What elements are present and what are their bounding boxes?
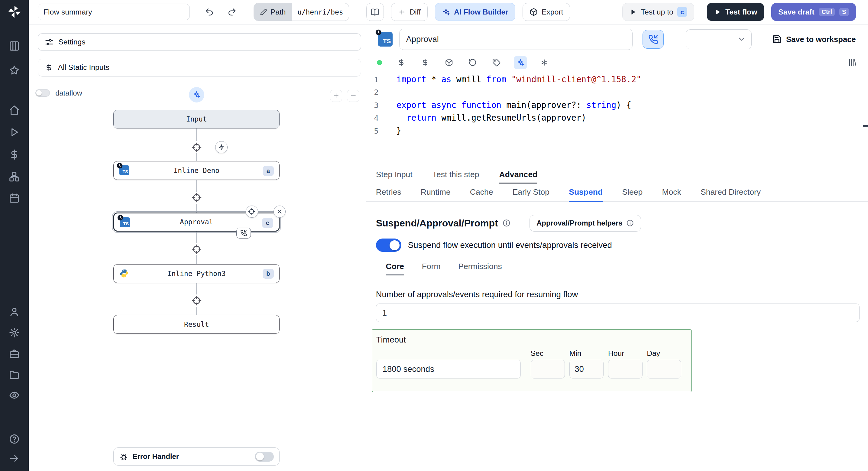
ai-flow-builder-button[interactable]: AI Flow Builder — [435, 3, 515, 21]
sidebar-item-audit[interactable] — [9, 390, 20, 401]
tab-step-input[interactable]: Step Input — [376, 166, 412, 183]
script-library-button[interactable] — [846, 56, 859, 69]
pencil-icon — [260, 8, 267, 16]
timeout-sec-input[interactable] — [531, 360, 565, 379]
node-result[interactable]: Result — [113, 315, 279, 334]
tab-runtime[interactable]: Runtime — [421, 183, 451, 202]
delete-step-button[interactable] — [274, 206, 286, 218]
tab-core[interactable]: Core — [386, 259, 404, 275]
sidebar-item-variables[interactable] — [9, 149, 20, 160]
tab-shared-directory[interactable]: Shared Directory — [701, 183, 761, 202]
format-code-button[interactable] — [537, 56, 551, 69]
step-id-badge: b — [262, 269, 274, 279]
timeout-sec-label: Sec — [531, 349, 565, 358]
approval-prompt-helpers-button[interactable]: Approval/Prompt helpers — [529, 215, 641, 232]
save-to-workspace-button[interactable]: Save to workspace — [772, 34, 856, 44]
zoom-in-button[interactable] — [330, 90, 342, 102]
tab-cache[interactable]: Cache — [470, 183, 493, 202]
tab-form[interactable]: Form — [422, 259, 441, 275]
error-handler-toggle[interactable] — [255, 452, 274, 462]
add-step-button[interactable] — [190, 141, 203, 153]
node-input[interactable]: Input — [113, 110, 279, 128]
insert-resource-button[interactable] — [418, 56, 432, 69]
reset-code-button[interactable] — [466, 56, 479, 69]
sidebar-item-schedules[interactable] — [9, 193, 20, 204]
test-up-to-badge: c — [677, 7, 687, 17]
zoom-out-button[interactable] — [347, 90, 359, 102]
dollar-icon — [397, 58, 405, 66]
code-line[interactable]: return wmill.getResumeUrls(approver) — [396, 112, 641, 124]
redo-button[interactable] — [224, 3, 240, 21]
tab-advanced[interactable]: Advanced — [499, 166, 537, 183]
save-draft-button[interactable]: Save draft Ctrl S — [771, 3, 856, 21]
timeout-day-input[interactable] — [647, 360, 681, 379]
suspend-toggle[interactable] — [376, 238, 401, 252]
timeout-min-input[interactable] — [569, 360, 604, 379]
undo-button[interactable] — [202, 3, 217, 21]
tab-early-stop[interactable]: Early Stop — [513, 183, 550, 202]
sidebar-item-boards[interactable] — [9, 40, 20, 52]
sidebar-item-resources[interactable] — [9, 171, 20, 182]
tag-button[interactable] — [490, 56, 503, 69]
docs-button[interactable] — [366, 3, 384, 21]
sidebar-item-favorites[interactable] — [9, 65, 20, 76]
timeout-value-input[interactable] — [376, 360, 521, 379]
add-step-button[interactable] — [190, 192, 203, 204]
dependencies-button[interactable] — [442, 56, 456, 69]
error-handler[interactable]: Error Handler — [113, 447, 279, 466]
test-up-to-button[interactable]: Test up to c — [622, 3, 694, 21]
sidebar-item-users[interactable] — [9, 306, 20, 317]
step-tabs: Step Input Test this step Advanced — [366, 166, 868, 183]
ai-assistant-button[interactable] — [514, 56, 527, 69]
tab-retries[interactable]: Retries — [376, 183, 401, 202]
tab-sleep[interactable]: Sleep — [622, 183, 643, 202]
suspend-toggle-label: Suspend flow execution until events/appr… — [408, 240, 612, 250]
sidebar-item-folders[interactable] — [9, 370, 20, 381]
zap-icon — [218, 144, 225, 151]
code-line[interactable]: import * as wmill from "windmill-client@… — [396, 73, 641, 86]
node-inline-deno[interactable]: TS Inline Deno a — [113, 161, 279, 180]
tab-test-this-step[interactable]: Test this step — [433, 166, 479, 183]
info-icon[interactable] — [502, 219, 510, 227]
ai-graph-builder-button[interactable] — [189, 87, 204, 102]
timeout-hour-input[interactable] — [608, 360, 643, 379]
add-step-button[interactable] — [190, 243, 203, 255]
flow-summary-input[interactable] — [38, 4, 190, 20]
sidebar-collapse-icon[interactable] — [9, 453, 20, 464]
line-number: 2 — [366, 86, 379, 98]
code-line[interactable]: } — [396, 124, 641, 137]
node-label: Inline Python3 — [167, 270, 226, 277]
sidebar-item-home[interactable] — [9, 105, 20, 116]
node-inline-python3[interactable]: Inline Python3 b — [113, 264, 279, 283]
windmill-logo-icon[interactable] — [7, 4, 22, 19]
step-name-input[interactable] — [399, 29, 633, 50]
tab-permissions[interactable]: Permissions — [458, 259, 502, 275]
move-icon — [248, 208, 255, 215]
diff-button[interactable]: Diff — [391, 3, 428, 21]
approvals-count-input[interactable] — [376, 303, 860, 322]
test-flow-button[interactable]: Test flow — [707, 3, 764, 21]
sidebar-item-runs[interactable] — [9, 127, 20, 138]
path-control[interactable]: Path u/henri/bes — [254, 3, 349, 21]
sidebar-item-settings[interactable] — [9, 327, 20, 338]
code-editor[interactable]: 12345 import * as wmill from "windmill-c… — [366, 71, 868, 166]
step-id-badge: a — [262, 166, 274, 176]
save-draft-label: Save draft — [778, 8, 814, 16]
insert-variable-button[interactable] — [395, 56, 408, 69]
sidebar-item-workers[interactable] — [9, 348, 20, 359]
test-flow-label: Test flow — [725, 8, 757, 16]
workspace-script-select[interactable] — [686, 29, 752, 49]
suspend-indicator — [236, 228, 251, 239]
tab-mock[interactable]: Mock — [662, 183, 681, 202]
approval-mode-button[interactable] — [643, 30, 664, 49]
add-step-button[interactable] — [190, 294, 203, 306]
close-icon — [276, 208, 283, 215]
add-trigger-button[interactable] — [215, 141, 227, 153]
code-line[interactable]: export async function main(approver?: st… — [396, 99, 641, 112]
export-button[interactable]: Export — [523, 3, 570, 21]
sidebar-item-help[interactable] — [9, 434, 20, 445]
move-step-button[interactable] — [246, 206, 258, 218]
tab-suspend[interactable]: Suspend — [569, 183, 602, 202]
path-value: u/henri/bes — [292, 8, 349, 16]
code-line[interactable] — [396, 86, 641, 98]
